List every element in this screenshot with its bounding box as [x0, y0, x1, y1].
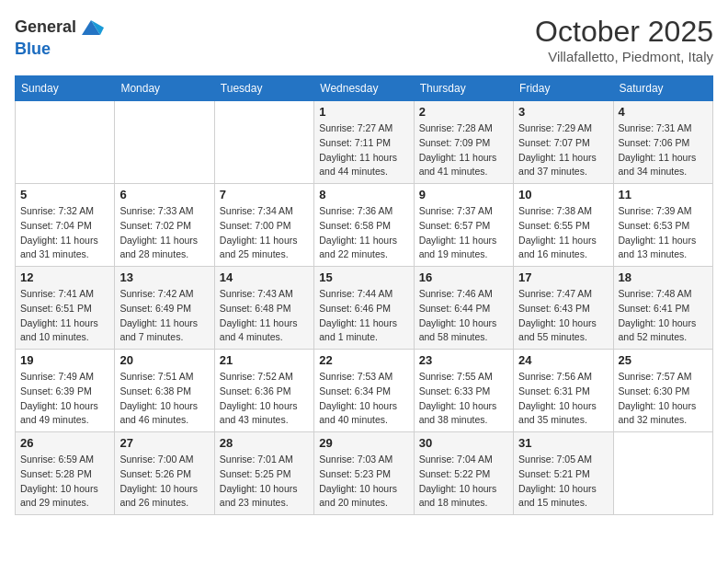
day-info: Sunrise: 7:36 AMSunset: 6:58 PMDaylight:…	[319, 204, 408, 262]
table-row	[613, 432, 712, 515]
day-info: Sunrise: 7:01 AMSunset: 5:25 PMDaylight:…	[220, 453, 309, 511]
day-info: Sunrise: 7:41 AMSunset: 6:51 PMDaylight:…	[20, 287, 109, 345]
table-row: 12Sunrise: 7:41 AMSunset: 6:51 PMDayligh…	[16, 267, 115, 350]
month-title: October 2025	[535, 15, 713, 49]
day-info: Sunrise: 7:52 AMSunset: 6:36 PMDaylight:…	[220, 370, 309, 428]
table-row: 5Sunrise: 7:32 AMSunset: 7:04 PMDaylight…	[16, 184, 115, 267]
table-row	[16, 101, 115, 184]
day-info: Sunrise: 7:29 AMSunset: 7:07 PMDaylight:…	[518, 121, 608, 179]
day-number: 4	[619, 105, 708, 119]
logo-general: General	[15, 17, 76, 36]
logo-blue: Blue	[15, 40, 51, 58]
col-tuesday: Tuesday	[214, 76, 313, 101]
day-info: Sunrise: 7:51 AMSunset: 6:38 PMDaylight:…	[119, 370, 209, 428]
table-row: 25Sunrise: 7:57 AMSunset: 6:30 PMDayligh…	[613, 350, 712, 432]
day-number: 17	[518, 270, 608, 284]
day-number: 23	[419, 353, 508, 367]
table-row: 30Sunrise: 7:04 AMSunset: 5:22 PMDayligh…	[414, 432, 513, 515]
table-row: 24Sunrise: 7:56 AMSunset: 6:31 PMDayligh…	[514, 350, 613, 432]
day-number: 29	[319, 436, 408, 450]
table-row: 15Sunrise: 7:44 AMSunset: 6:46 PMDayligh…	[314, 267, 414, 350]
day-number: 16	[419, 270, 508, 284]
day-info: Sunrise: 7:00 AMSunset: 5:26 PMDaylight:…	[119, 453, 209, 511]
day-number: 9	[419, 188, 508, 201]
day-info: Sunrise: 7:05 AMSunset: 5:21 PMDaylight:…	[518, 453, 608, 511]
day-number: 27	[119, 436, 209, 450]
day-number: 31	[518, 436, 608, 450]
table-row: 26Sunrise: 6:59 AMSunset: 5:28 PMDayligh…	[16, 432, 115, 515]
col-saturday: Saturday	[613, 76, 712, 101]
calendar-week-row: 19Sunrise: 7:49 AMSunset: 6:39 PMDayligh…	[16, 350, 713, 432]
day-info: Sunrise: 7:56 AMSunset: 6:31 PMDaylight:…	[518, 370, 608, 428]
table-row: 20Sunrise: 7:51 AMSunset: 6:38 PMDayligh…	[115, 350, 214, 432]
day-number: 25	[619, 353, 708, 367]
day-number: 30	[419, 436, 508, 450]
day-number: 18	[619, 270, 708, 284]
day-number: 26	[20, 436, 109, 450]
calendar-week-row: 12Sunrise: 7:41 AMSunset: 6:51 PMDayligh…	[16, 267, 713, 350]
table-row: 3Sunrise: 7:29 AMSunset: 7:07 PMDaylight…	[514, 101, 613, 184]
col-sunday: Sunday	[16, 76, 115, 101]
logo-text: General	[15, 18, 76, 37]
location-subtitle: Villafalletto, Piedmont, Italy	[535, 49, 713, 64]
day-info: Sunrise: 7:48 AMSunset: 6:41 PMDaylight:…	[619, 287, 708, 345]
table-row: 18Sunrise: 7:48 AMSunset: 6:41 PMDayligh…	[613, 267, 712, 350]
table-row: 28Sunrise: 7:01 AMSunset: 5:25 PMDayligh…	[214, 432, 313, 515]
table-row: 14Sunrise: 7:43 AMSunset: 6:48 PMDayligh…	[214, 267, 313, 350]
day-info: Sunrise: 7:32 AMSunset: 7:04 PMDaylight:…	[20, 204, 109, 262]
day-info: Sunrise: 7:46 AMSunset: 6:44 PMDaylight:…	[419, 287, 508, 345]
day-number: 22	[319, 353, 408, 367]
calendar-header-row: Sunday Monday Tuesday Wednesday Thursday…	[16, 76, 713, 101]
day-info: Sunrise: 7:49 AMSunset: 6:39 PMDaylight:…	[20, 370, 109, 428]
table-row: 13Sunrise: 7:42 AMSunset: 6:49 PMDayligh…	[115, 267, 214, 350]
day-number: 21	[220, 353, 309, 367]
day-info: Sunrise: 7:44 AMSunset: 6:46 PMDaylight:…	[319, 287, 408, 345]
day-info: Sunrise: 7:55 AMSunset: 6:33 PMDaylight:…	[419, 370, 508, 428]
table-row: 1Sunrise: 7:27 AMSunset: 7:11 PMDaylight…	[314, 101, 414, 184]
day-number: 15	[319, 270, 408, 284]
day-number: 28	[220, 436, 309, 450]
logo-icon	[78, 15, 104, 40]
day-info: Sunrise: 7:03 AMSunset: 5:23 PMDaylight:…	[319, 453, 408, 511]
day-info: Sunrise: 7:38 AMSunset: 6:55 PMDaylight:…	[518, 204, 608, 262]
day-number: 1	[319, 105, 408, 119]
table-row: 16Sunrise: 7:46 AMSunset: 6:44 PMDayligh…	[414, 267, 513, 350]
title-block: October 2025 Villafalletto, Piedmont, It…	[535, 15, 713, 64]
day-number: 5	[20, 188, 109, 201]
col-wednesday: Wednesday	[314, 76, 414, 101]
day-info: Sunrise: 7:34 AMSunset: 7:00 PMDaylight:…	[220, 204, 309, 262]
day-number: 6	[119, 188, 209, 201]
day-info: Sunrise: 7:43 AMSunset: 6:48 PMDaylight:…	[220, 287, 309, 345]
table-row: 10Sunrise: 7:38 AMSunset: 6:55 PMDayligh…	[514, 184, 613, 267]
calendar-week-row: 5Sunrise: 7:32 AMSunset: 7:04 PMDaylight…	[16, 184, 713, 267]
table-row: 29Sunrise: 7:03 AMSunset: 5:23 PMDayligh…	[314, 432, 414, 515]
calendar-table: Sunday Monday Tuesday Wednesday Thursday…	[15, 75, 713, 515]
col-friday: Friday	[514, 76, 613, 101]
day-number: 11	[619, 188, 708, 201]
day-number: 14	[220, 270, 309, 284]
table-row: 22Sunrise: 7:53 AMSunset: 6:34 PMDayligh…	[314, 350, 414, 432]
table-row: 8Sunrise: 7:36 AMSunset: 6:58 PMDaylight…	[314, 184, 414, 267]
day-info: Sunrise: 7:04 AMSunset: 5:22 PMDaylight:…	[419, 453, 508, 511]
calendar-week-row: 1Sunrise: 7:27 AMSunset: 7:11 PMDaylight…	[16, 101, 713, 184]
day-number: 3	[518, 105, 608, 119]
day-number: 12	[20, 270, 109, 284]
day-info: Sunrise: 7:37 AMSunset: 6:57 PMDaylight:…	[419, 204, 508, 262]
table-row: 31Sunrise: 7:05 AMSunset: 5:21 PMDayligh…	[514, 432, 613, 515]
header: General Blue October 2025 Villafalletto,…	[15, 15, 713, 64]
day-info: Sunrise: 7:47 AMSunset: 6:43 PMDaylight:…	[518, 287, 608, 345]
day-info: Sunrise: 7:31 AMSunset: 7:06 PMDaylight:…	[619, 121, 708, 179]
logo: General Blue	[15, 15, 104, 59]
page: General Blue October 2025 Villafalletto,…	[0, 0, 728, 530]
day-info: Sunrise: 7:42 AMSunset: 6:49 PMDaylight:…	[119, 287, 209, 345]
table-row: 4Sunrise: 7:31 AMSunset: 7:06 PMDaylight…	[613, 101, 712, 184]
day-info: Sunrise: 7:39 AMSunset: 6:53 PMDaylight:…	[619, 204, 708, 262]
table-row: 19Sunrise: 7:49 AMSunset: 6:39 PMDayligh…	[16, 350, 115, 432]
day-number: 13	[119, 270, 209, 284]
day-number: 10	[518, 188, 608, 201]
day-number: 19	[20, 353, 109, 367]
table-row: 2Sunrise: 7:28 AMSunset: 7:09 PMDaylight…	[414, 101, 513, 184]
day-info: Sunrise: 7:33 AMSunset: 7:02 PMDaylight:…	[119, 204, 209, 262]
table-row: 21Sunrise: 7:52 AMSunset: 6:36 PMDayligh…	[214, 350, 313, 432]
day-number: 20	[119, 353, 209, 367]
